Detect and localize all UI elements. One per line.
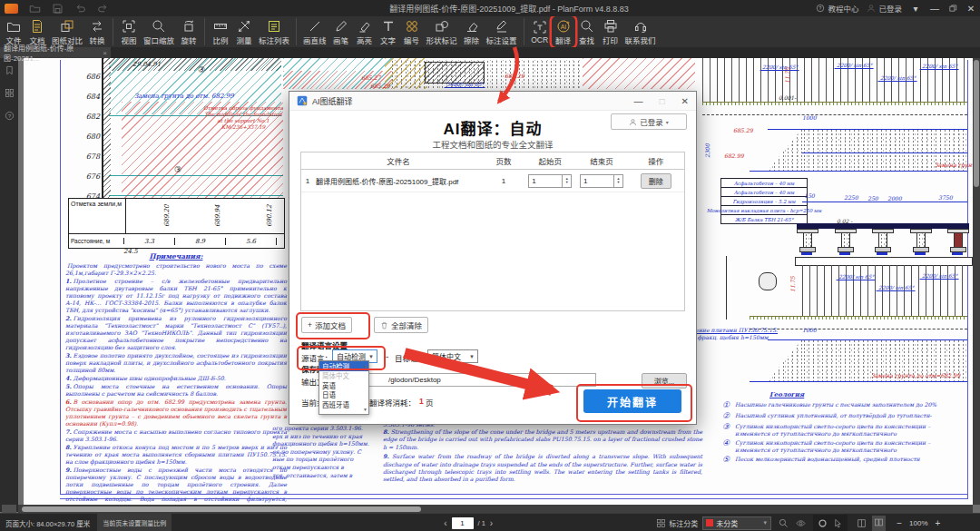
- help-icon[interactable]: [5, 111, 15, 121]
- ground-elevation-value: 690.12: [266, 214, 273, 227]
- toolbar-erase[interactable]: 擦除: [460, 16, 484, 47]
- toolbar-highlight[interactable]: 高亮: [353, 16, 377, 47]
- tab-close-icon[interactable]: ×: [103, 49, 107, 57]
- start-page-spinner[interactable]: 1▲▼: [528, 174, 572, 188]
- scrollbar-corner-widget[interactable]: [2, 505, 16, 513]
- clear-all-button[interactable]: 全部清除: [374, 317, 428, 333]
- dropdown-option[interactable]: 简体中文: [319, 371, 368, 381]
- toolbar-measure[interactable]: 测量: [232, 16, 256, 47]
- toolbar-view[interactable]: 视图: [117, 16, 141, 47]
- page-number-input[interactable]: 1: [452, 517, 474, 529]
- dropdown-option[interactable]: 日语: [319, 390, 368, 400]
- main-toolbar: 文件 文档 图纸对比 转换 视图: [0, 16, 980, 48]
- single-page-layout-icon[interactable]: [857, 518, 867, 528]
- elevation-tick-label: 686: [76, 73, 100, 93]
- toolbar-ocr[interactable]: OCR: [528, 16, 552, 47]
- eye-icon[interactable]: [796, 518, 806, 528]
- annotation-category-label: 标注分类: [669, 518, 698, 528]
- bookmark-icon[interactable]: [5, 65, 15, 75]
- help-center-button[interactable]: 教程中心: [816, 3, 858, 14]
- horizontal-scrollbar[interactable]: [18, 505, 973, 513]
- note-item: 4.Деформационные швы однопрофильные ДШ-Б…: [65, 375, 287, 382]
- dialog-close-button[interactable]: ✕: [681, 96, 689, 106]
- toolbar-rotate[interactable]: 旋转: [177, 16, 201, 47]
- note-item: 2.Гидроизоляция применена из рулонного г…: [65, 315, 287, 351]
- toolbar-translate[interactable]: 翻译: [552, 16, 575, 47]
- cursor-icon[interactable]: [833, 518, 843, 528]
- toolbar-annotation-list[interactable]: 标注列表: [256, 16, 292, 47]
- toolbar-shape-mark[interactable]: 形状标记: [424, 16, 460, 47]
- zoom-out-button[interactable]: −: [897, 518, 902, 528]
- dropdown-option[interactable]: 西班牙语: [319, 399, 368, 409]
- dialog-title-bar[interactable]: AI图纸翻译 — □ ✕: [289, 92, 696, 111]
- elevation-tick-label: 676: [76, 172, 100, 192]
- annotation-category-select[interactable]: 未分类 ▼: [702, 516, 771, 530]
- dropdown-option[interactable]: 自动检测: [319, 361, 368, 371]
- delete-button[interactable]: 删除: [641, 173, 671, 189]
- thumbnails-grid-icon[interactable]: [5, 88, 15, 98]
- scroll-down-icon[interactable]: ▼: [363, 407, 368, 412]
- consume-unit: 页: [426, 397, 434, 408]
- dialog-maximize-button[interactable]: □: [660, 96, 665, 106]
- consume-label: 翻译将消耗：: [369, 397, 416, 408]
- dialog-minimize-button[interactable]: —: [634, 96, 643, 106]
- toolbar-separator: [113, 18, 113, 45]
- app-logo-icon: [5, 4, 18, 14]
- detail-blob: [759, 272, 777, 290]
- toolbar-pen[interactable]: 画笔: [329, 16, 353, 47]
- convert-icon: [90, 19, 104, 34]
- toolbar-separator: [204, 18, 205, 45]
- zoom-tool-icon[interactable]: [779, 518, 789, 528]
- toolbar-print[interactable]: 打印: [599, 16, 622, 47]
- toolbar-draw-line[interactable]: 画直线: [300, 16, 329, 47]
- minimize-button[interactable]: —: [929, 4, 940, 14]
- horizontal-scrollbar-thumb[interactable]: [22, 506, 421, 512]
- undo-icon[interactable]: [74, 3, 86, 15]
- dim-2000: 2000: [887, 195, 902, 202]
- document-tab-bar: 翻译用例图纸-价传-原图-20251... ×: [0, 47, 980, 58]
- gravel-slope: [768, 339, 802, 381]
- dashed-line: [750, 329, 967, 329]
- measure-scale-note[interactable]: 当前页未设置测量比例: [97, 514, 172, 531]
- ground-table-row-label: Отметка земли,м: [69, 199, 126, 233]
- save-icon[interactable]: [52, 3, 64, 15]
- elevation-label: 685.29: [370, 83, 390, 89]
- shapes-icon: [435, 19, 449, 34]
- pan-circle-icon[interactable]: [818, 518, 828, 528]
- restore-button[interactable]: [948, 4, 957, 13]
- close-button[interactable]: ✕: [965, 4, 976, 14]
- scroll-up-icon[interactable]: ▲: [363, 363, 368, 369]
- col-filename: 文件名: [314, 155, 483, 166]
- toolbar-number[interactable]: 编号: [400, 16, 424, 47]
- vertical-scrollbar-thumb[interactable]: [974, 60, 979, 187]
- dropdown-option[interactable]: 英语: [319, 380, 368, 390]
- target-language-select[interactable]: 简体中文▼: [427, 349, 478, 363]
- next-page-button[interactable]: ›: [490, 518, 493, 528]
- toolbar-window-zoom[interactable]: 窗口缩放: [141, 16, 177, 47]
- vertical-scrollbar[interactable]: [973, 58, 980, 505]
- folder-icon: [6, 19, 21, 34]
- toolbar-find[interactable]: 查找: [575, 16, 599, 47]
- two-page-layout-active[interactable]: [872, 516, 886, 531]
- mid-red-hatch-right: [583, 58, 695, 89]
- start-translate-button[interactable]: 开始翻译: [583, 389, 681, 413]
- i-beam: [797, 229, 818, 256]
- toolbar-text[interactable]: 文字: [377, 16, 400, 47]
- output-folder-field[interactable]: /glodon/Desktop: [346, 373, 596, 387]
- login-status-button[interactable]: 已登录: [867, 3, 902, 14]
- toolbar-contact[interactable]: 联系我们: [622, 16, 659, 47]
- prev-page-button[interactable]: ‹: [444, 518, 446, 528]
- add-document-button[interactable]: + 添加文档: [301, 317, 352, 333]
- band-line: [802, 152, 967, 153]
- open-file-icon[interactable]: [29, 3, 41, 15]
- document-tab[interactable]: 翻译用例图纸-价传-原图-20251... ×: [0, 47, 111, 58]
- dropdown-caret-icon[interactable]: ▾: [910, 4, 921, 14]
- layer-row: Гидроизоляция – 5.2 мм: [720, 197, 808, 206]
- zoom-in-button[interactable]: +: [936, 518, 941, 528]
- toolbar-scale[interactable]: 比例: [209, 16, 232, 47]
- toolbar-annotation-settings[interactable]: 标注设置: [484, 16, 520, 47]
- end-page-spinner[interactable]: 1▲▼: [580, 174, 623, 188]
- browse-button[interactable]: 浏览...: [642, 373, 687, 388]
- level-line: [109, 195, 283, 196]
- redo-icon[interactable]: [97, 3, 109, 15]
